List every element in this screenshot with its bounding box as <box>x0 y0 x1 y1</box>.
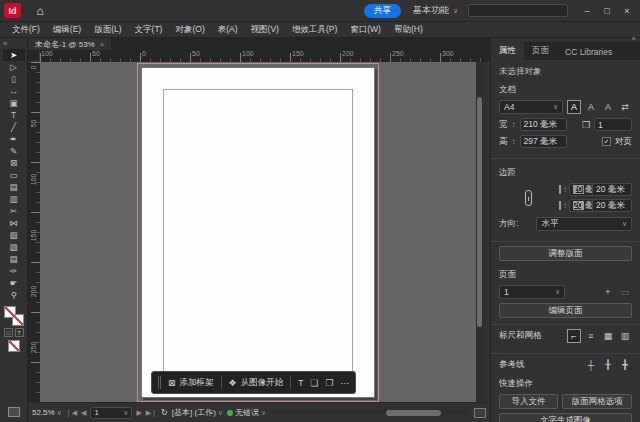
menu-plugins[interactable]: 增效工具(P) <box>286 24 343 36</box>
share-button[interactable]: 共享 <box>364 4 401 18</box>
show-rulers-icon[interactable]: ⌐ <box>567 329 581 343</box>
gradient-feather-tool[interactable]: ▨ <box>3 241 25 253</box>
show-guides-icon[interactable]: ┼ <box>584 358 598 372</box>
eyedropper-tool[interactable]: ✑ <box>3 265 25 277</box>
edit-pages-button[interactable]: 编辑页面 <box>499 303 632 318</box>
pencil-tool[interactable]: ✎ <box>3 145 25 157</box>
layout-grid-options-button[interactable]: 版面网格选项 <box>562 394 632 409</box>
menu-help[interactable]: 帮助(H) <box>388 24 429 36</box>
import-file-button[interactable]: 导入文件 <box>499 394 558 409</box>
add-text-button[interactable]: T <box>298 378 303 388</box>
orientation-landscape-icon[interactable]: A <box>584 100 598 114</box>
horizontal-ruler[interactable]: 100 50 0 50 100 150 200 250 300 <box>40 50 490 62</box>
task-bar-drag-handle[interactable] <box>158 376 161 389</box>
menu-edit[interactable]: 编辑(E) <box>47 24 87 36</box>
vertical-ruler[interactable]: 0 50 100 150 200 250 <box>28 62 40 402</box>
master-page-select[interactable]: [基本] (工作) ∨ <box>172 407 223 418</box>
delete-page-icon[interactable]: ▭ <box>618 285 632 299</box>
zoom-tool[interactable]: ⚲ <box>3 289 25 301</box>
tab-cc-libraries[interactable]: CC Libraries <box>557 44 620 60</box>
smart-guides-icon[interactable]: ╂ <box>601 358 615 372</box>
direction-select[interactable]: 水平 ∨ <box>536 217 632 231</box>
screen-mode-icon[interactable] <box>8 407 20 417</box>
collapse-toolbar-icon[interactable]: « <box>0 38 10 49</box>
horizontal-scrollbar[interactable] <box>272 409 468 417</box>
line-tool[interactable]: ╱ <box>3 121 25 133</box>
add-page-icon[interactable]: + <box>601 285 615 299</box>
menu-table[interactable]: 表(A) <box>212 24 244 36</box>
content-collector-tool[interactable]: ▣ <box>3 97 25 109</box>
text-to-image-button[interactable]: 文字生成图像 <box>499 413 632 422</box>
preflight-status[interactable]: 无错误 ∨ <box>227 407 266 418</box>
horizontal-grid-tool[interactable]: ▤ <box>3 181 25 193</box>
pen-tool[interactable]: ✒ <box>3 133 25 145</box>
formatting-affects-container-icon[interactable]: □ <box>4 328 13 337</box>
more-options-button[interactable]: ⋯ <box>340 378 349 388</box>
previous-page-icon[interactable]: ◀ <box>81 409 86 417</box>
home-icon[interactable]: ⌂ <box>31 3 49 19</box>
next-page-icon[interactable]: ▶ <box>136 409 141 417</box>
import-file-task-button[interactable]: ❐ <box>325 378 333 388</box>
menu-view[interactable]: 视图(V) <box>245 24 285 36</box>
text-direction-vertical-icon[interactable]: ⇄ <box>618 100 632 114</box>
selection-tool[interactable]: ➤ <box>3 49 25 61</box>
page-thumbnails-icon[interactable] <box>474 408 486 418</box>
link-margins-icon[interactable] <box>525 190 532 206</box>
first-page-icon[interactable]: ❘◀ <box>66 409 77 417</box>
scissors-tool[interactable]: ✂ <box>3 205 25 217</box>
margin-outside-field[interactable]: 20 毫米 <box>592 199 632 212</box>
minimize-icon[interactable]: – <box>578 3 596 19</box>
refresh-icon[interactable]: ↻ <box>161 408 168 417</box>
zoom-level-select[interactable]: 52.5% ∨ <box>32 408 62 417</box>
lock-guides-icon[interactable]: ╋ <box>618 358 632 372</box>
menu-window[interactable]: 窗口(W) <box>344 24 387 36</box>
hand-tool[interactable]: ☛ <box>3 277 25 289</box>
vertical-scrollbar[interactable] <box>476 62 483 402</box>
note-tool[interactable]: ▤ <box>3 253 25 265</box>
horizontal-scrollbar-thumb[interactable] <box>386 410 441 416</box>
rectangle-tool[interactable]: ▭ <box>3 169 25 181</box>
document-grid-icon[interactable]: ▦ <box>601 329 615 343</box>
document-page[interactable] <box>141 67 375 398</box>
current-page-select[interactable]: 1 ∨ <box>499 285 565 299</box>
page-number-field[interactable]: 1 ∨ <box>90 407 132 419</box>
frame-grid-icon[interactable]: ▥ <box>618 329 632 343</box>
margin-outside-stepper-icon[interactable]: ↕ <box>586 201 590 210</box>
margin-bottom-stepper-icon[interactable]: ↕ <box>563 201 567 210</box>
facing-pages-checkbox[interactable]: ✓ <box>602 137 611 146</box>
text-direction-horizontal-icon[interactable]: A <box>601 100 615 114</box>
add-frame-button[interactable]: ⊠ 添加框架 <box>168 377 214 389</box>
fill-swatch[interactable] <box>4 306 16 318</box>
menu-layout[interactable]: 版面(L) <box>88 24 127 36</box>
pages-count-field[interactable]: 1 <box>594 118 632 131</box>
gap-tool[interactable]: ↔ <box>3 85 25 97</box>
margin-inside-stepper-icon[interactable]: ↕ <box>586 185 590 194</box>
adjust-layout-button[interactable]: 调整版面 <box>499 246 632 261</box>
close-icon[interactable]: × <box>618 3 636 19</box>
canvas-pasteboard[interactable]: ⊠ 添加框架 ❖ 从图像开始 T ❏ ❐ ⋯ <box>40 62 483 402</box>
ruler-origin-corner[interactable] <box>28 50 40 62</box>
free-transform-tool[interactable]: ⋈ <box>3 217 25 229</box>
menu-object[interactable]: 对象(O) <box>169 24 210 36</box>
tab-properties[interactable]: 属性 <box>491 42 524 60</box>
tab-close-icon[interactable]: × <box>100 40 105 49</box>
vertical-grid-tool[interactable]: ▥ <box>3 193 25 205</box>
width-field[interactable]: 210 毫米 <box>520 118 567 131</box>
workspace-switcher[interactable]: 基本功能 ∨ <box>413 4 458 17</box>
maximize-icon[interactable]: □ <box>598 3 616 19</box>
apply-none-swatch[interactable] <box>8 340 20 352</box>
vertical-scrollbar-thumb[interactable] <box>477 97 482 327</box>
baseline-grid-icon[interactable]: ≡ <box>584 329 598 343</box>
orientation-portrait-icon[interactable]: A <box>567 100 581 114</box>
type-tool[interactable]: T <box>3 109 25 121</box>
last-page-icon[interactable]: ▶❘ <box>146 409 157 417</box>
search-input[interactable] <box>468 4 568 17</box>
new-page-button[interactable]: ❏ <box>310 378 318 388</box>
page-tool[interactable]: ▯ <box>3 73 25 85</box>
direct-selection-tool[interactable]: ▷ <box>3 61 25 73</box>
document-tab[interactable]: 未命名-1 @ 53% × <box>28 38 111 50</box>
start-from-image-button[interactable]: ❖ 从图像开始 <box>229 377 284 389</box>
margin-top-stepper-icon[interactable]: ↕ <box>563 185 567 194</box>
height-stepper-icon[interactable]: ↕ <box>512 137 516 146</box>
collapse-panel-icon[interactable]: » <box>632 34 636 43</box>
